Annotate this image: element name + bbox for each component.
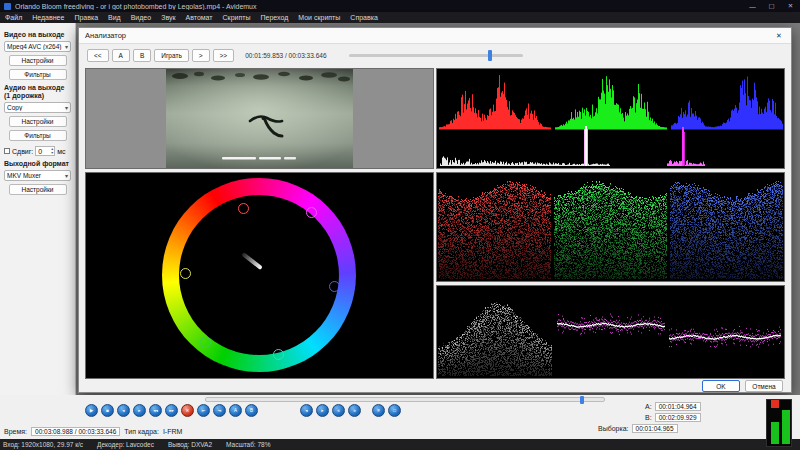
analyzer-marker-a-button[interactable]: A <box>112 49 130 62</box>
chevron-down-icon: ▾ <box>65 43 68 50</box>
ok-button[interactable]: OK <box>702 380 740 392</box>
transport-group-main: ▶ ■ ◂ ▸ ◂◂ ▸▸ ✕ ⇤ ⇥ A B <box>85 404 258 417</box>
transport-prev-keyframe-button[interactable]: ◂◂ <box>149 404 162 417</box>
analyzer-play-button[interactable]: Играть <box>154 49 189 62</box>
status-zoom: Масштаб: 78% <box>226 441 270 448</box>
transport-goto-start-button[interactable]: ⇤ <box>197 404 210 417</box>
transport-menu-button[interactable]: ≡ <box>372 404 385 417</box>
vectorscope-target-blue <box>329 281 340 292</box>
menu-audio[interactable]: Звук <box>156 14 180 21</box>
timeline-slider[interactable] <box>205 397 605 402</box>
transport-goto-end-button[interactable]: ⇥ <box>213 404 226 417</box>
cancel-button[interactable]: Отмена <box>745 380 783 392</box>
menu-view[interactable]: Вид <box>103 14 126 21</box>
rgb-histogram-canvas <box>437 69 784 168</box>
transport-display-button[interactable]: □ <box>388 404 401 417</box>
status-decoder: Декодер: Lavcodec <box>97 441 154 448</box>
menu-file[interactable]: Файл <box>0 14 27 21</box>
current-time-box: 00:03:08.988 / 00:03:33.646 <box>31 427 120 436</box>
transport-group-cuts: ◂ ▸ « » <box>300 404 361 417</box>
transport-prev-frame-button[interactable]: ◂ <box>117 404 130 417</box>
video-caption-text <box>222 157 256 160</box>
ab-marker-block: A: 00:01:04.964 B: 00:02:09.929 <box>645 402 701 424</box>
muxer-select[interactable]: MKV Muxer ▾ <box>4 170 71 181</box>
muxer-settings-button[interactable]: Настройки <box>9 184 67 195</box>
rgb-parade-panel <box>436 172 785 282</box>
marker-b-time-box: 00:02:09.929 <box>655 413 701 422</box>
rgb-histogram-panel <box>436 68 785 169</box>
status-output: Вывод: DXVA2 <box>168 441 212 448</box>
chevron-down-icon: ▾ <box>65 172 68 179</box>
marker-a-time-box: 00:01:04.964 <box>655 402 701 411</box>
minimize-icon[interactable]: — <box>743 3 762 10</box>
video-codec-select[interactable]: Mpeg4 AVC (x264) ▾ <box>4 41 71 52</box>
audio-level-meter <box>766 399 792 447</box>
marker-b-label: B: <box>645 414 652 421</box>
menu-scripts[interactable]: Скрипты <box>218 14 256 21</box>
meter-clip-indicator <box>771 400 779 408</box>
analyzer-slider-handle[interactable] <box>488 50 492 61</box>
shift-unit: мс <box>57 148 65 155</box>
video-frame <box>166 69 353 168</box>
transport-prev-cut-button[interactable]: ◂ <box>300 404 313 417</box>
analyzer-marker-b-button[interactable]: B <box>133 49 151 62</box>
transport-marker-b-button[interactable]: B <box>245 404 258 417</box>
rgb-parade-canvas <box>437 173 784 281</box>
analyzer-position-slider[interactable] <box>349 54 523 57</box>
time-label: Время: <box>4 428 27 435</box>
analyzer-dialog-titlebar[interactable]: Анализатор <box>79 28 791 44</box>
transport-next-keyframe-button[interactable]: ▸▸ <box>165 404 178 417</box>
analyzer-dialog: Анализатор ✕ << A B Играть > >> 00:01:59… <box>78 27 792 393</box>
menu-help[interactable]: Справка <box>345 14 382 21</box>
transport-stop-button[interactable]: ■ <box>101 404 114 417</box>
vectorscope-target-green <box>200 337 211 348</box>
titlebar: Orlando Bloom freediving - or i got phot… <box>0 0 800 12</box>
analyzer-rewind-button[interactable]: << <box>87 49 109 62</box>
video-filters-button[interactable]: Фильтры <box>9 69 67 80</box>
chevron-down-icon: ▾ <box>65 104 68 111</box>
transport-next-frame-button[interactable]: ▸ <box>133 404 146 417</box>
marker-a-label: A: <box>645 403 652 410</box>
audio-codec-select[interactable]: Copy ▾ <box>4 102 71 113</box>
vectorscope-target-yellow <box>180 268 191 279</box>
video-preview-panel <box>85 68 434 169</box>
menu-edit[interactable]: Правка <box>69 14 103 21</box>
menu-video[interactable]: Видео <box>126 14 156 21</box>
avidemux-window: Orlando Bloom freediving - or i got phot… <box>0 0 800 450</box>
audio-filters-button[interactable]: Фильтры <box>9 130 67 141</box>
audio-settings-button[interactable]: Настройки <box>9 116 67 127</box>
dialog-close-icon[interactable]: ✕ <box>767 28 791 44</box>
video-settings-button[interactable]: Настройки <box>9 55 67 66</box>
transport-marker-a-button[interactable]: A <box>229 404 242 417</box>
video-output-heading: Видео на выходе <box>4 31 71 39</box>
waveform-canvas <box>437 286 784 378</box>
menubar: Файл Недавнее Правка Вид Видео Звук Авто… <box>0 12 800 23</box>
menu-auto[interactable]: Автомат <box>181 14 218 21</box>
shift-checkbox[interactable] <box>4 148 10 154</box>
analyzer-toolbar: << A B Играть > >> 00:01:59.853 / 00:03:… <box>87 48 327 62</box>
transport-next-cut-button[interactable]: ▸ <box>316 404 329 417</box>
analyzer-step-button[interactable]: > <box>192 49 210 62</box>
menu-recent[interactable]: Недавнее <box>27 14 69 21</box>
statusbar: Вход: 1920x1080, 29.97 к/с Декодер: Lavc… <box>0 439 800 450</box>
spinner-arrows-icon[interactable]: ▴▾ <box>51 147 54 155</box>
analyzer-dialog-title: Анализатор <box>85 31 126 40</box>
vectorscope-panel <box>85 172 434 379</box>
transport-forward-jump-button[interactable]: » <box>348 404 361 417</box>
timeline-handle[interactable] <box>580 396 584 404</box>
shift-label: Сдвиг: <box>12 148 33 155</box>
close-icon[interactable]: ✕ <box>781 2 800 10</box>
maximize-icon[interactable]: ▢ <box>762 2 781 10</box>
frame-type-value: I-FRM <box>163 428 182 435</box>
menu-custom[interactable]: Мои скрипты <box>293 14 345 21</box>
menu-go[interactable]: Переход <box>255 14 293 21</box>
frame-type-label: Тип кадра: <box>124 428 159 435</box>
shift-spinner[interactable]: 0 ▴▾ <box>35 146 55 156</box>
analyzer-fast-forward-button[interactable]: >> <box>213 49 235 62</box>
audio-output-heading: Аудио на выходе (1 дорожка) <box>4 84 71 100</box>
app-icon <box>4 3 11 10</box>
transport-back-jump-button[interactable]: « <box>332 404 345 417</box>
transport-play-button[interactable]: ▶ <box>85 404 98 417</box>
bottom-control-area: ▶ ■ ◂ ▸ ◂◂ ▸▸ ✕ ⇤ ⇥ A B ◂ ▸ « » ≡ □ Врем… <box>0 395 800 439</box>
transport-delete-selection-button[interactable]: ✕ <box>181 404 194 417</box>
